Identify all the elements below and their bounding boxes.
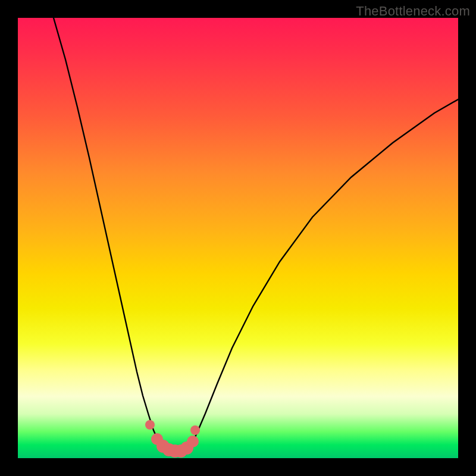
bottleneck-curve	[54, 18, 458, 451]
attribution-text: TheBottleneck.com	[356, 4, 470, 19]
curve-left-branch	[54, 18, 167, 447]
valley-marker	[145, 420, 155, 430]
chart-frame: TheBottleneck.com	[0, 0, 476, 476]
curve-layer	[18, 18, 458, 458]
plot-area	[18, 18, 458, 458]
valley-marker	[190, 425, 200, 435]
curve-right-branch	[190, 99, 458, 446]
valley-marker-group	[145, 420, 200, 458]
valley-marker	[187, 436, 199, 447]
